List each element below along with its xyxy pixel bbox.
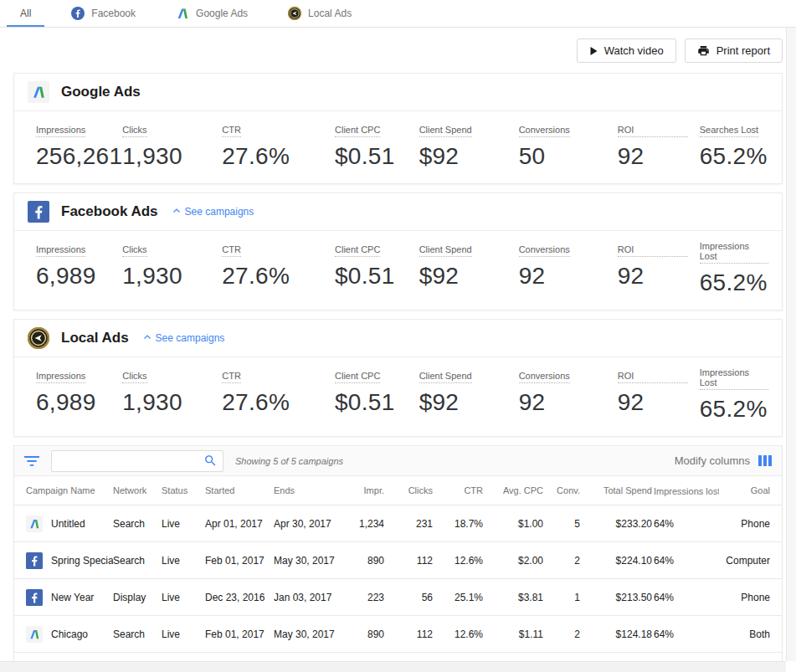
col-clicks[interactable]: Clicks xyxy=(384,485,433,495)
facebook-ads-summary-card: Facebook Ads See campaigns Impressions6,… xyxy=(13,192,783,310)
col-network[interactable]: Network xyxy=(113,485,162,495)
col-conv[interactable]: Conv. xyxy=(543,485,580,495)
campaign-name: Spring Special xyxy=(51,555,113,567)
metric-label: Client CPC xyxy=(335,244,380,257)
metric-value: 6,989 xyxy=(36,263,122,290)
col-status[interactable]: Status xyxy=(162,485,205,495)
started: Dec 23, 2016 xyxy=(205,592,274,603)
see-campaigns-link[interactable]: See campaigns xyxy=(172,206,254,218)
tab-local-ads[interactable]: Local Ads xyxy=(268,0,372,27)
campaign-name: Untitled xyxy=(51,518,85,530)
local-ads-summary-card: Local Ads See campaigns Impressions6,989… xyxy=(13,319,783,437)
metric-label: Searches Lost xyxy=(700,125,758,137)
status: Live xyxy=(162,628,205,640)
ends: May 30, 2017 xyxy=(274,628,346,640)
modify-columns-button[interactable]: Modify columns xyxy=(675,454,772,467)
see-campaigns-link[interactable]: See campaigns xyxy=(142,332,225,345)
search-input[interactable] xyxy=(59,455,203,467)
col-impr[interactable]: Impr. xyxy=(346,485,384,495)
impressions-lost: 64% xyxy=(652,555,719,567)
metric-label: Client Spend xyxy=(419,371,472,383)
col-started[interactable]: Started xyxy=(205,485,274,495)
card-title: Google Ads xyxy=(61,84,141,100)
page-actions: Watch video Print report xyxy=(0,28,796,73)
metric-value: $92 xyxy=(419,389,519,416)
card-title: Facebook Ads xyxy=(61,203,158,220)
metric-label: Client Spend xyxy=(419,125,472,137)
local-ads-icon xyxy=(28,327,49,349)
metric-label: Conversions xyxy=(519,371,570,383)
metric-label: Client CPC xyxy=(335,371,380,383)
filter-icon[interactable] xyxy=(24,455,39,467)
avg-cpc: $3.81 xyxy=(483,592,543,603)
metric-value: 256,261 xyxy=(36,143,122,170)
avg-cpc: $1.11 xyxy=(483,628,543,640)
table-row[interactable]: Untitled Search Live Apr 01, 2017 Apr 30… xyxy=(14,505,782,541)
status: Live xyxy=(162,592,205,603)
table-row[interactable]: New Year Display Live Dec 23, 2016 Jan 0… xyxy=(14,578,782,615)
table-row[interactable]: Spring Special Search Live Feb 01, 2017 … xyxy=(14,541,782,578)
clicks: 112 xyxy=(384,555,433,567)
vertical-scrollbar[interactable] xyxy=(786,28,796,661)
campaign-table-card: Showing 5 of 5 campaigns Modify columns … xyxy=(13,445,783,672)
tab-facebook[interactable]: Facebook xyxy=(51,0,156,27)
col-impressions-lost[interactable]: Impressions lost↓ xyxy=(652,485,719,497)
metric-value: 65.2% xyxy=(700,269,768,296)
metric-label: Clicks xyxy=(122,244,146,257)
metric-label: Conversions xyxy=(519,125,570,137)
metric-value: 92 xyxy=(618,143,700,170)
metrics-row: Impressions6,989 Clicks1,930 CTR27.6% Cl… xyxy=(14,357,782,436)
metric-value: $0.51 xyxy=(335,263,419,290)
ctr: 12.6% xyxy=(433,555,483,567)
col-avg-cpc[interactable]: Avg. CPC xyxy=(483,485,543,495)
col-ends[interactable]: Ends xyxy=(274,485,346,495)
clicks: 231 xyxy=(384,518,433,530)
metric-label: Impressions xyxy=(36,125,85,137)
table-row[interactable]: Chicago Search Live Feb 01, 2017 May 30,… xyxy=(14,615,782,652)
tab-all-label: All xyxy=(20,8,31,19)
conv: 1 xyxy=(543,592,580,603)
tab-google-ads[interactable]: Google Ads xyxy=(156,0,268,27)
google-ads-icon xyxy=(28,81,49,103)
ctr: 25.1% xyxy=(433,592,483,603)
impr: 890 xyxy=(346,555,384,567)
started: Apr 01, 2017 xyxy=(205,518,274,530)
watch-video-button[interactable]: Watch video xyxy=(577,38,676,63)
conv: 5 xyxy=(543,518,580,530)
ctr: 18.7% xyxy=(433,518,483,530)
network: Search xyxy=(113,518,162,530)
metric-value: 1,930 xyxy=(122,263,222,290)
clicks: 56 xyxy=(384,592,433,603)
search-icon[interactable] xyxy=(203,454,218,468)
started: Feb 01, 2017 xyxy=(205,555,274,567)
metric-value: 27.6% xyxy=(222,389,335,416)
print-report-button[interactable]: Print report xyxy=(685,38,783,63)
metric-value: 92 xyxy=(519,389,618,416)
started: Feb 01, 2017 xyxy=(205,628,274,640)
metric-label: Client Spend xyxy=(419,244,472,257)
metric-value: 27.6% xyxy=(222,263,335,290)
metric-value: 92 xyxy=(618,389,700,416)
metric-value: $0.51 xyxy=(335,389,419,416)
goal: Computer xyxy=(719,555,770,567)
avg-cpc: $2.00 xyxy=(483,555,543,567)
horizontal-scrollbar[interactable] xyxy=(0,661,786,672)
tab-all[interactable]: All xyxy=(0,0,51,27)
metric-label: Clicks xyxy=(122,125,146,137)
metric-label: ROI xyxy=(618,125,688,137)
facebook-icon xyxy=(71,7,85,20)
col-total-spend[interactable]: Total Spend xyxy=(580,485,652,495)
ctr: 12.6% xyxy=(433,628,483,640)
metric-label: Impressions xyxy=(36,244,85,257)
col-ctr[interactable]: CTR xyxy=(433,485,483,495)
card-title: Local Ads xyxy=(61,330,129,346)
col-goal[interactable]: Goal xyxy=(719,485,770,495)
total-spend: $213.50 xyxy=(580,592,652,603)
ends: May 30, 2017 xyxy=(274,555,346,567)
conv: 2 xyxy=(543,628,580,640)
metric-value: 50 xyxy=(519,143,618,170)
metric-label: Impressions Lost xyxy=(700,241,768,264)
col-campaign-name[interactable]: Campaign Name xyxy=(26,485,113,495)
clicks: 112 xyxy=(384,628,433,640)
impressions-lost: 64% xyxy=(652,628,719,640)
